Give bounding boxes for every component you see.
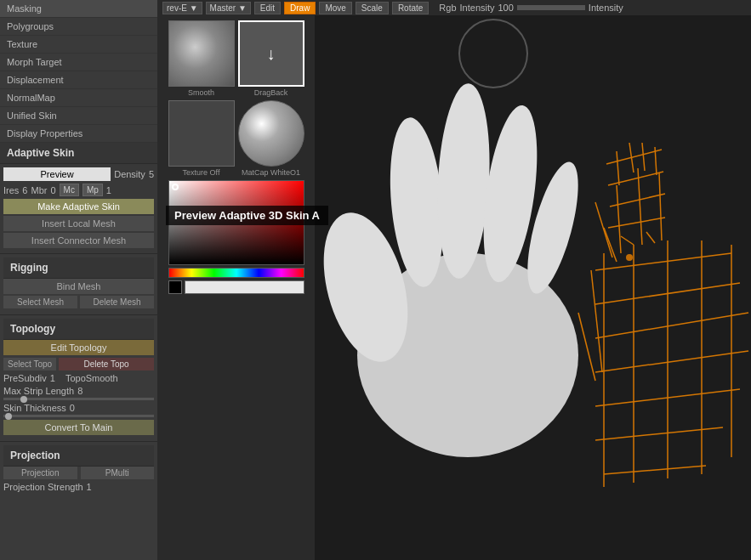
max-strip-row: Max Strip Length 8	[3, 386, 154, 396]
move-button[interactable]: Move	[319, 2, 351, 14]
texture-off-col: Texture Off	[168, 100, 235, 177]
max-strip-slider[interactable]	[3, 398, 154, 400]
color-picker-indicator[interactable]	[172, 184, 179, 190]
dragback-label: DragBack	[254, 88, 288, 97]
select-mesh-button[interactable]: Select Mesh	[3, 296, 77, 308]
white-swatch[interactable]	[185, 280, 304, 294]
intensity-label: Intensity	[460, 3, 495, 13]
left-sidebar: Masking Polygroups Texture Morph Target …	[0, 0, 157, 560]
rgb-label: Rgb	[439, 3, 456, 13]
dragback-thumbnail[interactable]: ↓	[238, 20, 304, 87]
sidebar-item-normalmap[interactable]: NormalMap	[0, 89, 157, 107]
smooth-thumb-col: Smooth	[168, 20, 235, 97]
viewport-background	[315, 15, 751, 560]
intensity-slider[interactable]	[517, 5, 585, 10]
swatches-row	[168, 280, 304, 294]
convert-to-main-button[interactable]: Convert To Main	[3, 420, 154, 435]
projection-label: Projection	[3, 445, 154, 467]
smooth-thumbnail[interactable]	[168, 20, 235, 87]
thumb-row-2: Texture Off MatCap WhiteO1	[168, 100, 304, 177]
bind-mesh-button[interactable]: Bind Mesh	[3, 279, 154, 294]
rev-dropdown[interactable]: rev-E ▼	[162, 2, 202, 14]
projection-section: Projection Projection PMulti Projection …	[0, 441, 157, 497]
rotate-button[interactable]: Rotate	[392, 2, 429, 14]
sidebar-item-texture[interactable]: Texture	[0, 36, 157, 54]
mbr-label: Mbr	[31, 185, 47, 195]
preview-button[interactable]: Preview	[3, 167, 111, 181]
ires-row: Ires 6 Mbr 0 Mc Mp 1	[3, 184, 154, 196]
tooltip-popup: Preview Adaptive 3D Skin A	[166, 206, 328, 225]
topo-buttons-row: Select Topo Delete Topo	[3, 358, 154, 371]
color-picker	[168, 180, 304, 294]
hue-bar[interactable]	[168, 268, 304, 278]
smooth-label: Smooth	[188, 88, 214, 97]
presubdiv-value: 1	[50, 373, 55, 383]
tooltip-text: Preview Adaptive 3D Skin A	[174, 209, 320, 222]
topology-section: Topology Edit Topology Select Topo Delet…	[0, 314, 157, 441]
rigging-label: Rigging	[3, 257, 154, 279]
projection-strength-label: Projection Strength	[3, 482, 83, 492]
projection-strength-row: Projection Strength 1	[3, 482, 154, 492]
dragback-thumb-col: ↓ DragBack	[238, 20, 304, 97]
insert-local-mesh-button[interactable]: Insert Local Mesh	[3, 216, 154, 231]
insert-connector-mesh-button[interactable]: Insert Connector Mesh	[3, 233, 154, 248]
delete-topo-button[interactable]: Delete Topo	[59, 358, 154, 371]
black-swatch[interactable]	[168, 280, 182, 294]
hand-svg	[315, 15, 751, 560]
matcap-col: MatCap WhiteO1	[238, 100, 304, 177]
draw-button[interactable]: Draw	[284, 2, 316, 14]
scale-button[interactable]: Scale	[356, 2, 389, 14]
drag-arrow-icon: ↓	[267, 44, 276, 64]
select-topo-button[interactable]: Select Topo	[3, 358, 56, 371]
viewport[interactable]	[315, 15, 751, 560]
max-strip-thumb[interactable]	[20, 396, 27, 403]
make-adaptive-skin-button[interactable]: Make Adaptive Skin	[3, 199, 154, 214]
pd-value: 1	[106, 185, 111, 195]
topbar: rev-E ▼ Master ▼ Edit Draw Move Scale Ro…	[157, 0, 751, 15]
master-dropdown[interactable]: Master ▼	[206, 2, 251, 14]
density-label: Density	[114, 169, 145, 179]
mp-button[interactable]: Mp	[82, 184, 103, 196]
mesh-buttons-row: Select Mesh Delete Mesh	[3, 296, 154, 308]
sidebar-item-morph-target[interactable]: Morph Target	[0, 54, 157, 71]
texture-off-thumbnail[interactable]	[168, 100, 235, 167]
edit-button[interactable]: Edit	[254, 2, 281, 14]
projection-buttons-row: Projection PMulti	[3, 467, 154, 479]
skin-thickness-slider-container	[3, 415, 154, 417]
skin-thickness-value: 0	[70, 403, 75, 413]
thumb-row-1: Smooth ↓ DragBack	[168, 20, 304, 97]
pmulti-button[interactable]: PMulti	[81, 467, 155, 479]
skin-thickness-thumb[interactable]	[5, 413, 12, 420]
sidebar-item-unified-skin[interactable]: Unified Skin	[0, 107, 157, 125]
right-panel: Smooth ↓ DragBack Texture Off MatCap Whi…	[157, 15, 315, 560]
rigging-section: Rigging Bind Mesh Select Mesh Delete Mes…	[0, 253, 157, 314]
presubdiv-row: PreSubdiv 1 TopoSmooth	[3, 373, 154, 383]
toposmooth-label: TopoSmooth	[65, 373, 118, 383]
sidebar-item-masking[interactable]: Masking	[0, 0, 157, 18]
sidebar-item-displacement[interactable]: Displacement	[0, 71, 157, 89]
ires-value: 6	[22, 185, 27, 195]
sidebar-item-display-properties[interactable]: Display Properties	[0, 125, 157, 143]
skin-thickness-label: Skin Thickness	[3, 403, 66, 413]
mc-button[interactable]: Mc	[60, 184, 79, 196]
mbr-value: 0	[50, 185, 55, 195]
ires-label: Ires	[3, 185, 19, 195]
skin-thickness-slider[interactable]	[3, 415, 154, 417]
adaptive-skin-section: Preview Density 5 Ires 6 Mbr 0 Mc Mp 1 M…	[0, 164, 157, 253]
projection-button[interactable]: Projection	[3, 467, 77, 479]
edit-topology-button[interactable]: Edit Topology	[3, 340, 154, 355]
max-strip-value: 8	[77, 386, 82, 396]
adaptive-skin-label: Adaptive Skin	[0, 143, 157, 164]
sidebar-item-polygroups[interactable]: Polygroups	[0, 18, 157, 36]
max-strip-label: Max Strip Length	[3, 386, 74, 396]
density-value: 5	[149, 169, 154, 179]
intensity-value: 100	[498, 3, 514, 13]
matcap-thumbnail[interactable]	[238, 100, 304, 167]
texture-off-label: Texture Off	[183, 168, 220, 177]
skin-thickness-row: Skin Thickness 0	[3, 403, 154, 413]
matcap-label: MatCap WhiteO1	[242, 168, 300, 177]
presubdiv-label: PreSubdiv	[3, 373, 47, 383]
delete-mesh-button[interactable]: Delete Mesh	[80, 296, 154, 308]
intensity2-label: Intensity	[589, 3, 623, 13]
projection-strength-value: 1	[87, 482, 92, 492]
